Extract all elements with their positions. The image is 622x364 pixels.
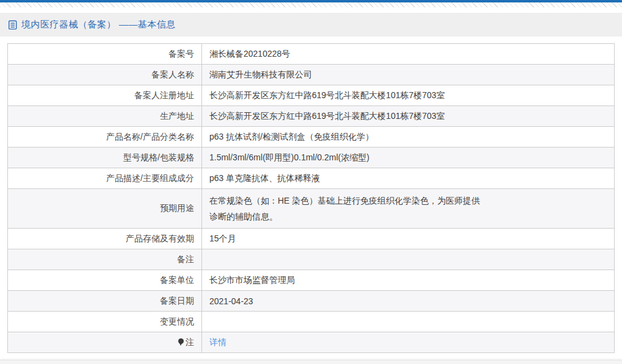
row-value: p63 单克隆抗体、抗体稀释液 <box>209 173 320 183</box>
row-value-cell: p63 单克隆抗体、抗体稀释液 <box>202 168 615 189</box>
row-label: 型号规格/包装规格 <box>123 152 194 162</box>
stripe-pattern-band <box>0 2 622 7</box>
row-label-cell: 预期用途 <box>8 189 202 229</box>
row-label-cell: 备案人名称 <box>8 65 202 85</box>
row-label: 产品存储及有效期 <box>126 234 194 243</box>
row-label: 备注 <box>177 254 194 264</box>
row-value-cell <box>202 312 615 332</box>
page: 境内医疗器械（备案） ——基本信息 备案号湘长械备20210228号备案人名称湖… <box>0 0 622 364</box>
row-value: 湖南艾升生物科技有限公司 <box>209 70 312 79</box>
table-row: 备案单位长沙市市场监督管理局 <box>8 270 615 291</box>
row-value: 在常规染色（如：HE 染色）基础上进行免疫组织化学染色，为医师提供诊断的辅助信息… <box>209 189 485 228</box>
table-row: 备案人名称湖南艾升生物科技有限公司 <box>8 65 615 85</box>
table-row: 变更情况 <box>8 312 615 332</box>
row-value-cell: 湘长械备20210228号 <box>202 44 615 65</box>
table-row: 备注 <box>8 249 615 270</box>
footer-strip <box>0 360 622 364</box>
row-value-cell: 1.5ml/3ml/6ml(即用型)0.1ml/0.2ml(浓缩型) <box>202 148 615 168</box>
row-value-cell: 15个月 <box>202 229 615 249</box>
row-label-cell: 备案号 <box>8 44 202 65</box>
row-label-cell: 型号规格/包装规格 <box>8 148 202 168</box>
row-value: 湘长械备20210228号 <box>209 49 290 59</box>
row-label: 产品名称/产品分类名称 <box>106 132 194 141</box>
row-label: 变更情况 <box>160 316 194 326</box>
spacer <box>0 37 622 43</box>
row-label-cell: 产品存储及有效期 <box>8 229 202 249</box>
spacer <box>0 7 622 13</box>
table-row: 备案日期2021-04-23 <box>8 291 615 312</box>
table-row: 产品描述/主要组成成分p63 单克隆抗体、抗体稀释液 <box>8 168 615 189</box>
row-label: 生产地址 <box>160 111 194 121</box>
row-label-cell: 注 <box>8 332 202 353</box>
row-value-cell: 长沙市市场监督管理局 <box>202 270 615 291</box>
row-label-cell: 备案人注册地址 <box>8 85 202 106</box>
detail-link[interactable]: 详情 <box>209 337 226 347</box>
table-row: 注详情 <box>8 332 615 353</box>
row-label-cell: 产品名称/产品分类名称 <box>8 127 202 148</box>
row-value: p63 抗体试剂/检测试剂盒（免疫组织化学） <box>209 132 374 141</box>
row-label-cell: 变更情况 <box>8 312 202 332</box>
page-header: 境内医疗器械（备案） ——基本信息 <box>0 13 622 37</box>
row-label: 备案人注册地址 <box>134 90 194 100</box>
table-row: 备案人注册地址长沙高新开发区东方红中路619号北斗装配大楼101栋7楼703室 <box>8 85 615 106</box>
row-label: 预期用途 <box>160 203 194 213</box>
table-row: 型号规格/包装规格1.5ml/3ml/6ml(即用型)0.1ml/0.2ml(浓… <box>8 148 615 168</box>
row-label-cell: 备注 <box>8 249 202 270</box>
row-value-cell: 详情 <box>202 332 615 353</box>
registration-info-table: 备案号湘长械备20210228号备案人名称湖南艾升生物科技有限公司备案人注册地址… <box>7 43 615 353</box>
row-value: 长沙高新开发区东方红中路619号北斗装配大楼101栋7楼703室 <box>209 111 445 121</box>
row-label: 注 <box>186 337 194 347</box>
row-value-cell: p63 抗体试剂/检测试剂盒（免疫组织化学） <box>202 127 615 148</box>
row-value: 1.5ml/3ml/6ml(即用型)0.1ml/0.2ml(浓缩型) <box>209 152 369 162</box>
row-value-cell <box>202 249 615 270</box>
row-label: 备案单位 <box>160 275 194 285</box>
row-label-cell: 产品描述/主要组成成分 <box>8 168 202 189</box>
table-row: 产品名称/产品分类名称p63 抗体试剂/检测试剂盒（免疫组织化学） <box>8 127 615 148</box>
row-value: 长沙高新开发区东方红中路619号北斗装配大楼101栋7楼703室 <box>209 90 445 100</box>
table-row: 产品存储及有效期15个月 <box>8 229 615 249</box>
page-title: 境内医疗器械（备案） ——基本信息 <box>21 19 176 30</box>
row-label: 备案日期 <box>160 296 194 305</box>
row-value: 15个月 <box>209 234 236 243</box>
row-value-cell: 2021-04-23 <box>202 291 615 312</box>
row-value: 长沙市市场监督管理局 <box>209 275 295 285</box>
table-row: 生产地址长沙高新开发区东方红中路619号北斗装配大楼101栋7楼703室 <box>8 106 615 127</box>
table-row: 预期用途在常规染色（如：HE 染色）基础上进行免疫组织化学染色，为医师提供诊断的… <box>8 189 615 229</box>
table-row: 备案号湘长械备20210228号 <box>8 44 615 65</box>
note-pin-icon <box>178 338 184 346</box>
row-label-cell: 备案日期 <box>8 291 202 312</box>
row-value-cell: 长沙高新开发区东方红中路619号北斗装配大楼101栋7楼703室 <box>202 106 615 127</box>
row-value: 2021-04-23 <box>209 296 253 306</box>
row-value-cell: 长沙高新开发区东方红中路619号北斗装配大楼101栋7楼703室 <box>202 85 615 106</box>
row-label: 备案人名称 <box>151 70 194 79</box>
row-label-cell: 生产地址 <box>8 106 202 127</box>
row-value-cell: 湖南艾升生物科技有限公司 <box>202 65 615 85</box>
row-label: 备案号 <box>168 49 194 59</box>
row-label-cell: 备案单位 <box>8 270 202 291</box>
row-label: 产品描述/主要组成成分 <box>106 173 194 183</box>
row-value-cell: 在常规染色（如：HE 染色）基础上进行免疫组织化学染色，为医师提供诊断的辅助信息… <box>202 189 615 229</box>
document-icon <box>8 20 18 30</box>
